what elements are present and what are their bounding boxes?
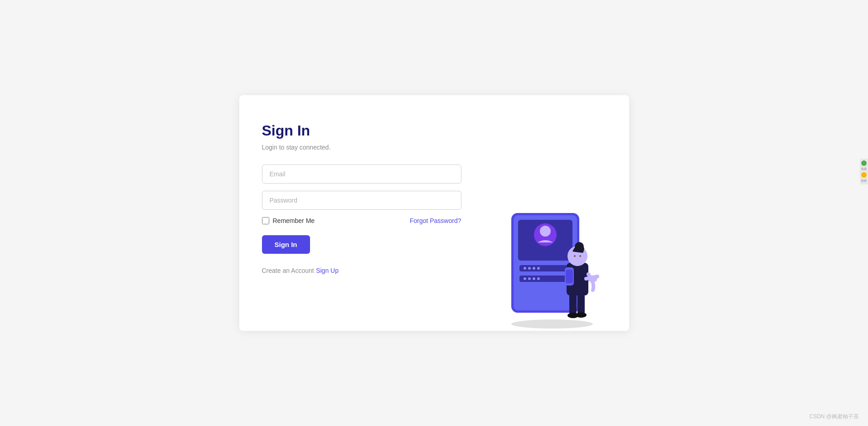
scroll-dot-green <box>861 160 867 166</box>
create-account-row: Create an Account Sign Up <box>262 266 461 275</box>
create-account-text: Create an Account <box>262 267 314 274</box>
watermark: CSDN @枫蜜柚子茶 <box>809 413 859 421</box>
svg-point-12 <box>524 277 526 280</box>
illustration-section <box>484 95 629 331</box>
page-title: Sign In <box>262 122 461 139</box>
svg-point-26 <box>579 255 581 257</box>
svg-point-7 <box>524 267 526 270</box>
remember-me-checkbox[interactable] <box>262 217 269 224</box>
svg-rect-17 <box>577 294 585 315</box>
remember-me-label[interactable]: Remember Me <box>262 217 315 224</box>
password-field[interactable] <box>262 191 461 210</box>
svg-point-0 <box>511 320 593 329</box>
svg-point-5 <box>540 226 551 237</box>
illustration <box>484 186 620 331</box>
svg-point-10 <box>537 267 540 270</box>
svg-rect-11 <box>519 276 569 282</box>
svg-point-8 <box>528 267 531 270</box>
scroll-dot-yellow <box>861 172 867 178</box>
svg-rect-6 <box>519 265 569 271</box>
options-row: Remember Me Forgot Password? <box>262 217 461 224</box>
svg-point-19 <box>576 312 587 318</box>
signup-link[interactable]: Sign Up <box>316 267 339 274</box>
svg-rect-16 <box>569 292 577 315</box>
svg-point-25 <box>574 255 576 257</box>
scrollbar-widget: 0,0 0,0 <box>860 159 868 184</box>
login-card: Sign In Login to stay connected. Remembe… <box>239 95 629 331</box>
svg-point-9 <box>533 267 535 270</box>
svg-rect-22 <box>566 270 573 283</box>
subtitle: Login to stay connected. <box>262 144 461 151</box>
svg-point-14 <box>533 277 535 280</box>
forgot-password-link[interactable]: Forgot Password? <box>410 217 461 224</box>
svg-point-15 <box>537 277 540 280</box>
remember-me-text: Remember Me <box>273 217 315 224</box>
form-section: Sign In Login to stay connected. Remembe… <box>239 95 484 331</box>
svg-point-13 <box>528 277 531 280</box>
email-field[interactable] <box>262 165 461 184</box>
sign-in-button[interactable]: Sign In <box>262 235 310 254</box>
